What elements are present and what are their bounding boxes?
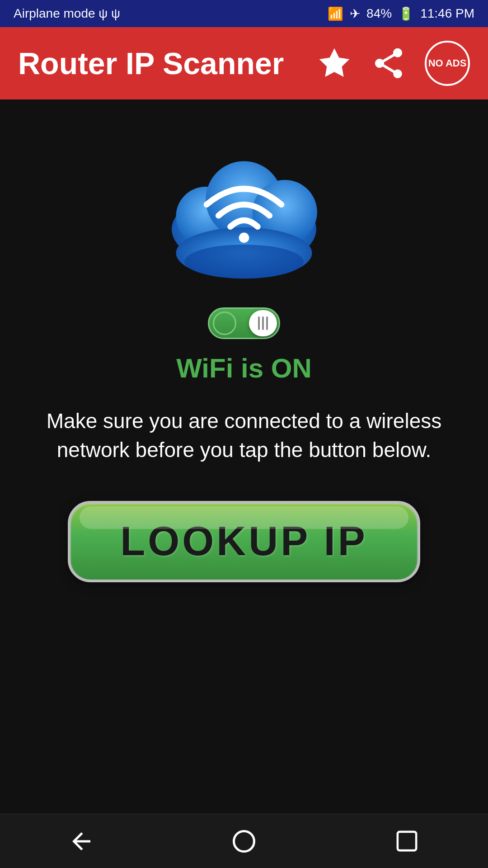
nav-bar (0, 814, 488, 868)
wifi-icon: 📶 (328, 6, 343, 21)
home-circle-icon (230, 828, 258, 855)
app-bar: Router IP Scanner NO ADS (0, 27, 488, 99)
airplane-mode-text: Airplane mode ψ ψ (14, 6, 120, 20)
share-button[interactable] (371, 45, 407, 81)
status-bar-right: 📶 ✈ 84% 🔋 11:46 PM (328, 6, 474, 21)
battery-icon: 🔋 (398, 6, 414, 21)
share-icon (371, 45, 407, 81)
star-icon (316, 45, 352, 81)
toggle-line-2 (262, 316, 264, 330)
toggle-line-3 (266, 316, 268, 330)
star-button[interactable] (316, 45, 352, 81)
toggle-line-1 (258, 316, 260, 330)
cloud-svg (158, 136, 330, 280)
svg-point-6 (239, 233, 249, 243)
battery-text: 84% (366, 6, 392, 21)
lookup-ip-button[interactable]: LOOKUP IP (68, 501, 420, 582)
cloud-wifi-illustration (158, 136, 330, 280)
time-text: 11:46 PM (420, 6, 474, 21)
no-ads-text: NO ADS (428, 58, 467, 69)
toggle-knob-left (213, 311, 236, 335)
wifi-toggle-container: WiFi is ON (176, 307, 311, 384)
back-button[interactable] (63, 823, 99, 859)
recents-button[interactable] (389, 823, 425, 859)
recents-square-icon (394, 829, 419, 854)
lookup-btn-text: LOOKUP IP (120, 518, 367, 565)
airplane-icon: ✈ (350, 6, 360, 21)
lookup-btn-container: LOOKUP IP (68, 501, 420, 582)
svg-point-7 (234, 831, 254, 851)
main-content: WiFi is ON Make sure you are connected t… (0, 99, 488, 814)
svg-rect-8 (397, 832, 416, 850)
home-button[interactable] (226, 823, 262, 859)
app-title: Router IP Scanner (18, 46, 303, 81)
wifi-status-text: WiFi is ON (176, 353, 311, 384)
wifi-toggle[interactable] (208, 307, 280, 339)
toggle-lines (258, 316, 268, 330)
svg-point-5 (184, 245, 304, 278)
back-arrow-icon (68, 828, 95, 855)
status-bar: Airplane mode ψ ψ 📶 ✈ 84% 🔋 11:46 PM (0, 0, 488, 27)
toggle-knob-right (249, 310, 277, 336)
status-bar-left: Airplane mode ψ ψ (14, 6, 120, 21)
wifi-description: Make sure you are connected to a wireles… (41, 406, 447, 465)
app-bar-icons: NO ADS (316, 41, 470, 86)
no-ads-badge: NO ADS (425, 41, 470, 86)
